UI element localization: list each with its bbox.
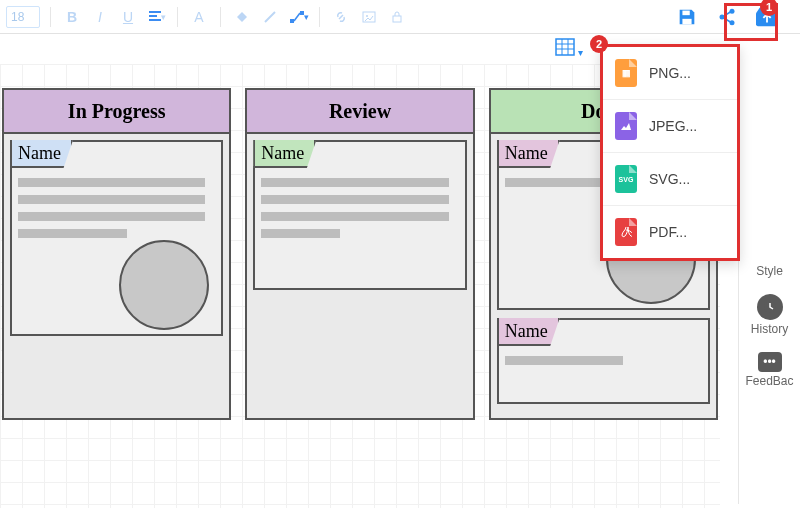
svg-rect-4 xyxy=(393,16,401,22)
column-title: In Progress xyxy=(68,100,166,123)
png-file-icon: ▦ xyxy=(615,59,637,87)
sidebar-history[interactable]: History xyxy=(751,294,788,336)
chat-icon: ••• xyxy=(758,352,782,372)
jpeg-file-icon xyxy=(615,112,637,140)
column-header[interactable]: Review xyxy=(245,88,474,134)
align-button[interactable]: ▾ xyxy=(145,6,167,28)
separator xyxy=(319,7,320,27)
sidebar-style[interactable]: Style xyxy=(756,264,783,278)
svg-rect-5 xyxy=(682,10,689,15)
underline-button[interactable]: U xyxy=(117,6,139,28)
export-menu-label: SVG... xyxy=(649,171,690,187)
column-body: Name xyxy=(245,134,474,420)
toolbar: B I U ▾ A ▾ xyxy=(0,0,800,34)
fill-color-button[interactable] xyxy=(231,6,253,28)
export-menu-label: JPEG... xyxy=(649,118,697,134)
column-body: Name xyxy=(2,134,231,420)
share-button[interactable] xyxy=(712,6,742,28)
export-menu-label: PNG... xyxy=(649,65,691,81)
separator xyxy=(50,7,51,27)
separator xyxy=(177,7,178,27)
svg-point-3 xyxy=(366,15,368,17)
export-jpeg[interactable]: JPEG... xyxy=(603,100,737,153)
card-text-lines xyxy=(18,178,215,238)
separator xyxy=(220,7,221,27)
svg-rect-10 xyxy=(556,39,574,55)
export-pdf[interactable]: PDF... xyxy=(603,206,737,258)
card-tag: Name xyxy=(10,140,73,168)
card-tag: Name xyxy=(253,140,316,168)
card[interactable]: Name xyxy=(10,140,223,336)
font-color-button[interactable]: A xyxy=(188,6,210,28)
export-menu: ▦ PNG... JPEG... SVG SVG... PDF... xyxy=(600,44,740,261)
table-insert-button[interactable]: ▾ xyxy=(555,38,583,61)
column-in-progress[interactable]: In Progress Name xyxy=(2,88,231,420)
card-tag: Name xyxy=(497,318,560,346)
link-button[interactable] xyxy=(330,6,352,28)
right-sidebar: Style History ••• FeedBac xyxy=(738,64,800,504)
save-button[interactable] xyxy=(672,6,702,28)
svg-file-icon: SVG xyxy=(615,165,637,193)
clock-icon xyxy=(757,294,783,320)
annotation-badge-2: 2 xyxy=(590,35,608,53)
svg-rect-6 xyxy=(682,18,691,24)
svg-rect-0 xyxy=(290,19,294,23)
column-title: Review xyxy=(329,100,391,123)
connector-button[interactable]: ▾ xyxy=(287,6,309,28)
card[interactable]: Name xyxy=(253,140,466,290)
font-size-input[interactable] xyxy=(6,6,40,28)
export-png[interactable]: ▦ PNG... xyxy=(603,47,737,100)
column-header[interactable]: In Progress xyxy=(2,88,231,134)
card[interactable]: Name xyxy=(497,318,710,404)
card-text-lines xyxy=(505,356,702,365)
card-tag: Name xyxy=(497,140,560,168)
image-button[interactable] xyxy=(358,6,380,28)
pdf-file-icon xyxy=(615,218,637,246)
sidebar-feedback[interactable]: ••• FeedBac xyxy=(745,352,793,388)
card-text-lines xyxy=(261,178,458,238)
export-menu-label: PDF... xyxy=(649,224,687,240)
export-svg[interactable]: SVG SVG... xyxy=(603,153,737,206)
lock-button[interactable] xyxy=(386,6,408,28)
italic-button[interactable]: I xyxy=(89,6,111,28)
column-review[interactable]: Review Name xyxy=(245,88,474,420)
card-avatar-circle xyxy=(119,240,209,330)
bold-button[interactable]: B xyxy=(61,6,83,28)
line-color-button[interactable] xyxy=(259,6,281,28)
